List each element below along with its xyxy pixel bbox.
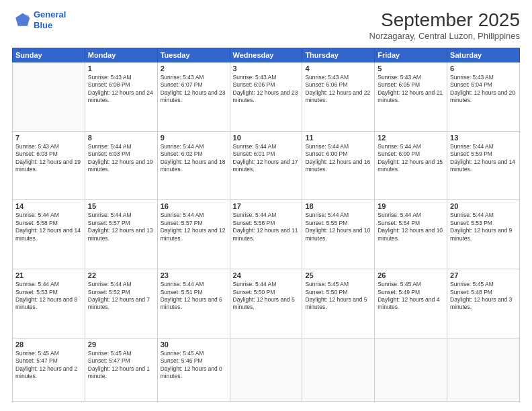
day-number: 14 <box>15 202 82 210</box>
logo: General Blue <box>12 9 66 30</box>
col-saturday: Saturday <box>447 48 520 62</box>
calendar-cell: 14Sunrise: 5:44 AM Sunset: 5:58 PM Dayli… <box>13 200 85 269</box>
header: General Blue September 2025 Norzagaray, … <box>12 9 520 41</box>
day-number: 27 <box>450 271 517 279</box>
calendar-cell: 10Sunrise: 5:44 AM Sunset: 6:01 PM Dayli… <box>230 131 302 200</box>
day-number: 10 <box>233 134 300 142</box>
calendar-cell: 24Sunrise: 5:44 AM Sunset: 5:50 PM Dayli… <box>230 269 302 338</box>
location-subtitle: Norzagaray, Central Luzon, Philippines <box>369 31 521 41</box>
day-number: 16 <box>161 202 227 210</box>
calendar-cell: 13Sunrise: 5:44 AM Sunset: 5:59 PM Dayli… <box>447 131 520 200</box>
day-number: 7 <box>15 134 82 142</box>
calendar-cell: 15Sunrise: 5:44 AM Sunset: 5:57 PM Dayli… <box>85 200 157 269</box>
cell-info: Sunrise: 5:43 AM Sunset: 6:08 PM Dayligh… <box>88 74 154 105</box>
cell-info: Sunrise: 5:45 AM Sunset: 5:48 PM Dayligh… <box>450 281 517 312</box>
cell-info: Sunrise: 5:44 AM Sunset: 5:53 PM Dayligh… <box>450 212 517 242</box>
cell-info: Sunrise: 5:44 AM Sunset: 5:53 PM Dayligh… <box>15 281 82 312</box>
calendar-cell: 26Sunrise: 5:45 AM Sunset: 5:49 PM Dayli… <box>375 269 447 338</box>
week-row-1: 1Sunrise: 5:43 AM Sunset: 6:08 PM Daylig… <box>13 62 520 132</box>
day-number: 22 <box>88 271 154 279</box>
calendar: Sunday Monday Tuesday Wednesday Thursday… <box>12 48 520 402</box>
day-number: 11 <box>305 134 371 142</box>
calendar-cell: 6Sunrise: 5:43 AM Sunset: 6:04 PM Daylig… <box>447 62 520 132</box>
day-number: 1 <box>88 64 154 73</box>
cell-info: Sunrise: 5:44 AM Sunset: 5:57 PM Dayligh… <box>161 212 227 242</box>
cell-info: Sunrise: 5:44 AM Sunset: 6:00 PM Dayligh… <box>305 143 371 174</box>
col-wednesday: Wednesday <box>230 48 302 62</box>
calendar-cell: 22Sunrise: 5:44 AM Sunset: 5:52 PM Dayli… <box>85 269 157 338</box>
week-row-2: 7Sunrise: 5:43 AM Sunset: 6:03 PM Daylig… <box>13 131 520 200</box>
calendar-cell: 2Sunrise: 5:43 AM Sunset: 6:07 PM Daylig… <box>157 62 230 132</box>
calendar-cell: 29Sunrise: 5:45 AM Sunset: 5:47 PM Dayli… <box>85 338 157 401</box>
day-number: 13 <box>450 134 517 142</box>
col-tuesday: Tuesday <box>157 48 230 62</box>
cell-info: Sunrise: 5:44 AM Sunset: 5:56 PM Dayligh… <box>233 212 300 242</box>
day-number: 12 <box>378 134 444 142</box>
day-number: 17 <box>233 202 300 210</box>
cell-info: Sunrise: 5:45 AM Sunset: 5:47 PM Dayligh… <box>88 350 154 381</box>
cell-info: Sunrise: 5:44 AM Sunset: 5:52 PM Dayligh… <box>88 281 154 312</box>
cell-info: Sunrise: 5:45 AM Sunset: 5:49 PM Dayligh… <box>378 281 444 312</box>
month-title: September 2025 <box>369 9 521 31</box>
cell-info: Sunrise: 5:44 AM Sunset: 5:58 PM Dayligh… <box>15 212 82 242</box>
cell-info: Sunrise: 5:43 AM Sunset: 6:04 PM Dayligh… <box>450 74 517 105</box>
calendar-cell: 9Sunrise: 5:44 AM Sunset: 6:02 PM Daylig… <box>157 131 230 200</box>
calendar-cell: 12Sunrise: 5:44 AM Sunset: 6:00 PM Dayli… <box>375 131 447 200</box>
calendar-cell: 17Sunrise: 5:44 AM Sunset: 5:56 PM Dayli… <box>230 200 302 269</box>
calendar-cell: 21Sunrise: 5:44 AM Sunset: 5:53 PM Dayli… <box>13 269 85 338</box>
cell-info: Sunrise: 5:44 AM Sunset: 6:03 PM Dayligh… <box>88 143 154 174</box>
calendar-cell: 19Sunrise: 5:44 AM Sunset: 5:54 PM Dayli… <box>375 200 447 269</box>
cell-info: Sunrise: 5:44 AM Sunset: 5:59 PM Dayligh… <box>450 143 517 174</box>
col-thursday: Thursday <box>302 48 375 62</box>
cell-info: Sunrise: 5:45 AM Sunset: 5:46 PM Dayligh… <box>161 350 227 381</box>
cell-info: Sunrise: 5:44 AM Sunset: 6:02 PM Dayligh… <box>161 143 227 174</box>
calendar-cell: 7Sunrise: 5:43 AM Sunset: 6:03 PM Daylig… <box>13 131 85 200</box>
cell-info: Sunrise: 5:43 AM Sunset: 6:07 PM Dayligh… <box>161 74 227 105</box>
cell-info: Sunrise: 5:44 AM Sunset: 6:01 PM Dayligh… <box>233 143 300 174</box>
calendar-cell: 25Sunrise: 5:45 AM Sunset: 5:50 PM Dayli… <box>302 269 375 338</box>
day-number: 19 <box>378 202 444 210</box>
day-number: 4 <box>305 64 371 73</box>
calendar-cell: 1Sunrise: 5:43 AM Sunset: 6:08 PM Daylig… <box>85 62 157 132</box>
svg-marker-1 <box>15 13 30 26</box>
calendar-cell: 23Sunrise: 5:44 AM Sunset: 5:51 PM Dayli… <box>157 269 230 338</box>
calendar-cell: 18Sunrise: 5:44 AM Sunset: 5:55 PM Dayli… <box>302 200 375 269</box>
calendar-cell: 27Sunrise: 5:45 AM Sunset: 5:48 PM Dayli… <box>447 269 520 338</box>
day-number: 29 <box>88 340 154 349</box>
calendar-cell: 5Sunrise: 5:43 AM Sunset: 6:05 PM Daylig… <box>375 62 447 132</box>
cell-info: Sunrise: 5:43 AM Sunset: 6:05 PM Dayligh… <box>378 74 444 105</box>
day-number: 6 <box>450 64 517 73</box>
week-row-4: 21Sunrise: 5:44 AM Sunset: 5:53 PM Dayli… <box>13 269 520 338</box>
cell-info: Sunrise: 5:44 AM Sunset: 5:51 PM Dayligh… <box>161 281 227 312</box>
cell-info: Sunrise: 5:44 AM Sunset: 5:55 PM Dayligh… <box>305 212 371 242</box>
calendar-cell: 4Sunrise: 5:43 AM Sunset: 6:06 PM Daylig… <box>302 62 375 132</box>
cell-info: Sunrise: 5:45 AM Sunset: 5:50 PM Dayligh… <box>305 281 371 312</box>
logo-text: General Blue <box>34 9 66 30</box>
day-number: 5 <box>378 64 444 73</box>
cell-info: Sunrise: 5:44 AM Sunset: 5:50 PM Dayligh… <box>233 281 300 312</box>
day-number: 2 <box>161 64 227 73</box>
col-sunday: Sunday <box>13 48 85 62</box>
cell-info: Sunrise: 5:44 AM Sunset: 6:00 PM Dayligh… <box>378 143 444 174</box>
day-number: 24 <box>233 271 300 279</box>
day-number: 3 <box>233 64 300 73</box>
cell-info: Sunrise: 5:43 AM Sunset: 6:06 PM Dayligh… <box>233 74 300 105</box>
cell-info: Sunrise: 5:43 AM Sunset: 6:06 PM Dayligh… <box>305 74 371 105</box>
title-block: September 2025 Norzagaray, Central Luzon… <box>369 9 521 41</box>
calendar-cell: 11Sunrise: 5:44 AM Sunset: 6:00 PM Dayli… <box>302 131 375 200</box>
col-friday: Friday <box>375 48 447 62</box>
calendar-cell: 28Sunrise: 5:45 AM Sunset: 5:47 PM Dayli… <box>13 338 85 401</box>
cell-info: Sunrise: 5:44 AM Sunset: 5:57 PM Dayligh… <box>88 212 154 242</box>
day-number: 25 <box>305 271 371 279</box>
col-monday: Monday <box>85 48 157 62</box>
day-number: 23 <box>161 271 227 279</box>
cell-info: Sunrise: 5:45 AM Sunset: 5:47 PM Dayligh… <box>15 350 82 381</box>
page: General Blue September 2025 Norzagaray, … <box>0 0 532 411</box>
cell-info: Sunrise: 5:44 AM Sunset: 5:54 PM Dayligh… <box>378 212 444 242</box>
calendar-cell <box>375 338 447 401</box>
header-row: Sunday Monday Tuesday Wednesday Thursday… <box>13 48 520 62</box>
cell-info: Sunrise: 5:43 AM Sunset: 6:03 PM Dayligh… <box>15 143 82 174</box>
day-number: 30 <box>161 340 227 349</box>
calendar-cell: 30Sunrise: 5:45 AM Sunset: 5:46 PM Dayli… <box>157 338 230 401</box>
logo-icon <box>12 11 31 30</box>
